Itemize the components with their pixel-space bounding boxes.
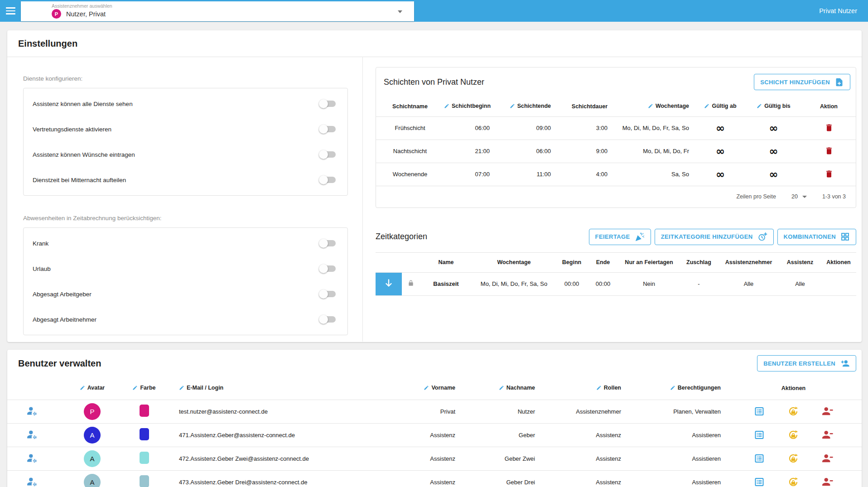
remove-user-button[interactable] (820, 452, 835, 465)
edit-icon (80, 385, 85, 391)
person-minus-icon (822, 429, 834, 441)
toggle-row: Assistenz können alle Dienste sehen (24, 91, 347, 116)
schicht-hinzufuegen-button[interactable]: SCHICHT HINZUFÜGEN (754, 74, 850, 90)
col-rollen: Rollen (604, 385, 621, 391)
details-button[interactable] (752, 429, 767, 441)
benutzer-row: P test.nutzer@assistenz-connect.de Priva… (7, 400, 862, 423)
col-zuschlag: Zuschlag (680, 252, 718, 272)
lock-reset-icon (787, 476, 799, 487)
benutzer-rollen: Assistenznehmer (540, 400, 626, 423)
zeitkategorie-name: Basiszeit (420, 272, 472, 295)
password-reset-button[interactable] (786, 475, 801, 487)
benutzer-erstellen-button[interactable]: BENUTZER ERSTELLEN (757, 355, 856, 371)
details-button[interactable] (752, 476, 767, 487)
col-farbe: Farbe (140, 385, 155, 391)
benutzer-email: 471.Assistenz.Geber@assistenz-connect.de (161, 423, 415, 447)
schicht-name: Frühschicht (376, 116, 444, 140)
remove-user-button[interactable] (820, 405, 835, 418)
schicht-row: Frühschicht 06:00 09:00 3:00 Mo, Di, Mi,… (376, 116, 856, 140)
move-down-button[interactable] (376, 272, 402, 295)
feiertage-button[interactable]: FEIERTAGE (589, 229, 651, 245)
toggle-row: Krank (24, 231, 347, 256)
zeitkategorie-assistenz: Alle (779, 272, 821, 295)
toggle-switch-off[interactable] (320, 265, 336, 272)
color-chip[interactable] (140, 405, 149, 417)
details-button[interactable] (752, 452, 767, 465)
toggle-switch-off[interactable] (320, 151, 336, 158)
avatar: P (84, 403, 101, 420)
col-ende: Ende (588, 252, 618, 272)
rows-per-page-select[interactable]: 20 (791, 193, 807, 200)
toggle-switch-off[interactable] (320, 101, 336, 107)
person-gear-icon (26, 453, 38, 464)
delete-schicht-button[interactable] (823, 145, 835, 157)
color-chip[interactable] (140, 452, 149, 464)
trash-icon (825, 123, 834, 133)
benutzer-berechtigungen: Assistieren (626, 447, 725, 470)
password-reset-button[interactable] (786, 452, 801, 465)
col-schichtende: Schichtende (517, 103, 551, 109)
chevron-down-icon[interactable] (398, 10, 402, 13)
toggle-label: Krank (33, 240, 48, 247)
pagination-range: 1-3 von 3 (822, 193, 846, 200)
infinity-icon: ∞ (716, 122, 725, 135)
col-avatar: Avatar (87, 385, 105, 391)
toggle-switch-off[interactable] (320, 126, 336, 132)
assistenznehmer-select[interactable]: Assistenznehmer auswählen P Nutzer, Priv… (21, 1, 414, 21)
infinity-icon: ∞ (769, 145, 778, 158)
zeitkategorie-hinzufuegen-button[interactable]: ZEITKATEGORIE HINZUFÜGEN (655, 229, 774, 245)
col-aktionen: Aktionen (725, 377, 862, 400)
toggle-label: Urlaub (33, 265, 51, 272)
manage-account-button[interactable] (24, 475, 40, 487)
kombinationen-label: KOMBINATIONEN (784, 233, 836, 240)
toggle-switch-off[interactable] (320, 291, 336, 297)
password-reset-button[interactable] (786, 405, 801, 418)
benutzer-email: test.nutzer@assistenz-connect.de (161, 400, 415, 423)
col-wochentage: Wochentage (656, 103, 689, 109)
col-name: Name (420, 252, 472, 272)
toggle-row: Vertretungsdienste aktivieren (24, 116, 347, 142)
col-wochentage: Wochentage (472, 252, 556, 272)
zeitkategorie-beginn: 00:00 (556, 272, 588, 295)
password-reset-button[interactable] (786, 428, 801, 442)
toggle-switch-off[interactable] (320, 316, 336, 323)
benutzer-nachname: Geber Drei (460, 470, 540, 487)
delete-schicht-button[interactable] (823, 122, 835, 134)
edit-icon (648, 103, 653, 109)
zeitkategorie-aktionen (821, 272, 856, 295)
schicht-ende: 11:00 (496, 163, 557, 186)
toggle-row: Urlaub (24, 256, 347, 281)
remove-user-button[interactable] (820, 428, 835, 442)
menu-icon[interactable] (0, 0, 21, 22)
manage-account-button[interactable] (24, 452, 40, 465)
color-chip[interactable] (140, 428, 149, 440)
settings-card: Einstellungen Dienste konfigurieren: Ass… (7, 30, 862, 342)
remove-user-button[interactable] (820, 475, 835, 487)
toggle-switch-off[interactable] (320, 177, 336, 183)
list-alt-icon (754, 406, 765, 417)
kombinationen-button[interactable]: KOMBINATIONEN (777, 229, 856, 245)
feiertage-label: FEIERTAGE (595, 233, 630, 240)
edit-icon (179, 385, 184, 391)
toggle-label: Dienstzeit bei Mitternacht aufteilen (33, 177, 126, 183)
person-gear-icon (26, 405, 38, 417)
person-gear-icon (26, 429, 38, 441)
zeitkategorie-hinzufuegen-label: ZEITKATEGORIE HINZUFÜGEN (661, 233, 753, 240)
col-vorname: Vorname (431, 385, 455, 391)
color-chip[interactable] (140, 475, 149, 487)
toggle-switch-off[interactable] (320, 240, 336, 246)
person-minus-icon (822, 453, 834, 464)
schicht-ende: 06:00 (496, 140, 557, 163)
lock-reset-icon (787, 429, 799, 441)
manage-account-button[interactable] (24, 428, 40, 442)
details-button[interactable] (752, 405, 767, 418)
zeitkategorie-zuschlag: - (680, 272, 718, 295)
schicht-dauer: 9:00 (557, 140, 614, 163)
topbar: Assistenznehmer auswählen P Nutzer, Priv… (0, 0, 868, 22)
person-gear-icon (26, 476, 38, 487)
delete-schicht-button[interactable] (823, 168, 835, 180)
col-assistenz: Assistenz (779, 252, 821, 272)
avatar: A (84, 474, 101, 487)
avatar: P (52, 9, 61, 19)
manage-account-button[interactable] (24, 405, 40, 418)
